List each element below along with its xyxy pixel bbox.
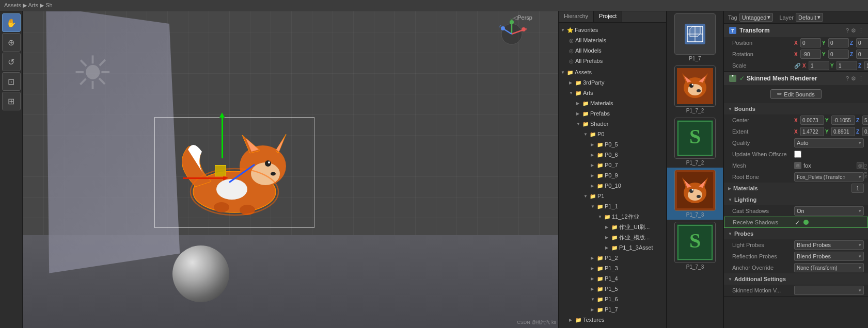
svg-point-51 <box>697 195 701 198</box>
tab-hierarchy[interactable]: Hierarchy <box>559 11 594 22</box>
tag-dropdown[interactable]: Untagged ▾ <box>739 13 774 22</box>
tree-item-textures[interactable]: ▶ 📁 Textures <box>559 315 666 325</box>
tab-project[interactable]: Project <box>594 11 622 22</box>
skinned-mesh-settings-icon[interactable]: ⚙ <box>851 75 856 82</box>
folder-p1-7-icon: 📁 <box>597 307 603 313</box>
tool-scale[interactable]: ⊡ <box>2 72 21 91</box>
tree-item-all-prefabs[interactable]: ◎ All Prefabs <box>559 56 666 66</box>
root-bone-dropdown[interactable]: Fox_Pelvis (Transfc○ <box>794 172 864 182</box>
tree-item-p1-1[interactable]: ▼ 📁 P1_1 <box>559 201 666 211</box>
transform-icon: T <box>728 26 737 35</box>
skinned-mesh-more-icon[interactable]: ⋮ <box>858 75 864 82</box>
tree-item-p1-3[interactable]: ▶ 📁 P1_3 <box>559 263 666 273</box>
tool-rotate[interactable]: ↺ <box>2 53 21 71</box>
transform-more-icon[interactable]: ⋮ <box>858 27 864 34</box>
tree-item-p1-1-3asset[interactable]: ▶ 📁 P1_1_3Asset <box>559 242 666 253</box>
pos-z-input[interactable] <box>856 38 868 47</box>
tree-label-3rdparty: 3rdParty <box>583 79 605 86</box>
tree-item-p1-4[interactable]: ▶ 📁 P1_4 <box>559 273 666 284</box>
tree-item-p0-9[interactable]: ▶ 📁 P0_9 <box>559 170 666 181</box>
pos-x-input[interactable] <box>800 38 821 47</box>
tree-label-p0-6: P0_6 <box>605 152 618 158</box>
tree-item-work-model[interactable]: ▶ 📁 作业_模版... <box>559 232 666 242</box>
skinned-motion-dropdown[interactable] <box>794 286 864 295</box>
probes-section-header[interactable]: ▼ Probes <box>724 228 868 239</box>
extent-z-input[interactable] <box>862 127 868 136</box>
viewport[interactable]: Y X Z ◁Persp ☀ <box>23 11 558 328</box>
skinned-mesh-enabled-check[interactable]: ✓ <box>739 75 745 82</box>
asset-item-p1-7-3a[interactable]: P1_7_3 <box>667 168 723 220</box>
quality-dropdown[interactable]: Auto <box>794 138 864 147</box>
lighting-section-header[interactable]: ▼ Lighting <box>724 194 868 205</box>
transform-actions: ? ⚙ ⋮ <box>846 27 864 34</box>
tree-label-p0-10: P0_10 <box>605 183 621 189</box>
center-y-input[interactable] <box>831 116 855 125</box>
rot-y-input[interactable] <box>828 50 849 59</box>
bounds-section-header[interactable]: ▼ Bounds <box>724 103 868 114</box>
viewport-gizmo[interactable]: Y X Z <box>496 19 527 50</box>
lighting-arrow-icon: ▼ <box>728 198 732 202</box>
layer-dropdown[interactable]: Default ▾ <box>796 13 823 22</box>
rotation-label: Rotation <box>732 51 794 57</box>
materials-section[interactable]: ▶ Materials 1 <box>724 183 868 194</box>
tree-item-p0-5[interactable]: ▶ 📁 P0_5 <box>559 139 666 150</box>
scale-z-input[interactable] <box>864 61 868 70</box>
center-z-input[interactable] <box>862 116 868 125</box>
scale-y-input[interactable] <box>837 61 857 70</box>
tree-item-materials[interactable]: ▶ 📁 Materials <box>559 98 666 108</box>
tree-item-favorites[interactable]: ▼ ⭐ Favorites <box>559 25 666 35</box>
tool-hand[interactable]: ✋ <box>2 13 21 32</box>
tool-rect[interactable]: ⊞ <box>2 92 21 110</box>
tree-item-p0-10[interactable]: ▶ 📁 P0_10 <box>559 181 666 191</box>
transform-help-icon[interactable]: ? <box>846 27 849 34</box>
tree-arrow-p0-10: ▶ <box>591 184 597 188</box>
tree-item-shader[interactable]: ▼ 📁 Shader <box>559 119 666 129</box>
tree-item-11-12[interactable]: ▼ 📁 11_12作业 <box>559 211 666 222</box>
tree-item-p1-7[interactable]: ▶ 📁 P1_7 <box>559 304 666 315</box>
mesh-target-button[interactable]: ◎ <box>857 162 864 169</box>
pos-y-input[interactable] <box>828 38 849 47</box>
rot-z-input[interactable] <box>856 50 868 59</box>
tree-label-p0-9: P0_9 <box>605 172 618 178</box>
tree-item-p1[interactable]: ▼ 📁 P1 <box>559 191 666 201</box>
tree-item-p0-7[interactable]: ▶ 📁 P0_7 <box>559 160 666 170</box>
reflection-probes-dropdown[interactable]: Blend Probes <box>794 252 864 261</box>
asset-scroll[interactable]: P1_7 <box>667 11 723 328</box>
tree-item-arts[interactable]: ▼ 📁 Arts <box>559 88 666 98</box>
tree-item-p0-6[interactable]: ▶ 📁 P0_6 <box>559 150 666 160</box>
anchor-override-dropdown[interactable]: None (Transform) <box>794 263 864 272</box>
scale-x-input[interactable] <box>809 61 829 70</box>
light-probes-value: Blend Probes <box>794 240 864 250</box>
transform-settings-icon[interactable]: ⚙ <box>851 27 856 34</box>
edit-bounds-button[interactable]: ✏ Edit Bounds <box>770 89 821 99</box>
light-probes-dropdown[interactable]: Blend Probes <box>794 240 864 250</box>
asset-item-p1-7-2a[interactable]: P1_7_2 <box>667 63 723 116</box>
materials-arrow-icon: ▶ <box>728 186 731 191</box>
extent-y-input[interactable] <box>831 127 855 136</box>
extent-x-input[interactable] <box>800 127 824 136</box>
tree-area[interactable]: ▼ ⭐ Favorites ◎ All Materials ◎ All Mode… <box>559 23 666 328</box>
tree-item-work-ui[interactable]: ▶ 📁 作业_UI刷... <box>559 222 666 232</box>
tree-item-prefabs[interactable]: ▶ 📁 Prefabs <box>559 108 666 119</box>
asset-thumb-p1-7-3b: S <box>674 222 716 263</box>
update-offscreen-checkbox[interactable] <box>794 151 801 158</box>
tree-item-all-materials[interactable]: ◎ All Materials <box>559 35 666 45</box>
tree-item-all-models[interactable]: ◎ All Models <box>559 45 666 56</box>
tree-item-scenes[interactable]: ▶ 📁 Scenes <box>559 325 666 328</box>
asset-item-p1-7-2b[interactable]: S P1_7_2 <box>667 116 723 168</box>
tree-item-p1-6[interactable]: ▼ 📁 P1_6 <box>559 294 666 304</box>
asset-item-p1-7-3b[interactable]: S P1_7_3 <box>667 220 723 272</box>
additional-settings-header[interactable]: ▼ Additional Settings <box>724 273 868 285</box>
skinned-mesh-help-icon[interactable]: ? <box>846 75 849 82</box>
rot-x-input[interactable] <box>800 50 821 59</box>
tree-item-p0[interactable]: ▼ 📁 P0 <box>559 129 666 139</box>
tree-item-assets[interactable]: ▼ 📁 Assets <box>559 67 666 77</box>
tree-item-p1-5[interactable]: ▶ 📁 P1_5 <box>559 284 666 294</box>
cast-shadows-dropdown[interactable]: On <box>794 206 864 216</box>
asset-item-p1-7[interactable]: P1_7 <box>667 11 723 63</box>
tool-move[interactable]: ⊕ <box>2 33 21 52</box>
tree-item-p1-2[interactable]: ▶ 📁 P1_2 <box>559 253 666 263</box>
svg-point-19 <box>271 172 276 176</box>
tree-item-3rdparty[interactable]: ▶ 📁 3rdParty <box>559 77 666 88</box>
center-x-input[interactable] <box>800 116 824 125</box>
